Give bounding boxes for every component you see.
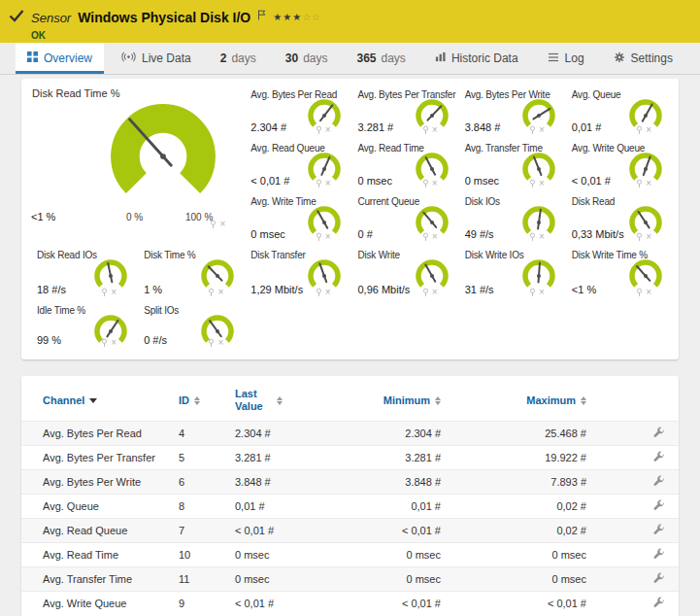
pin-icon[interactable] [529, 228, 536, 246]
pin-icon[interactable] [529, 121, 536, 139]
close-icon[interactable]: × [646, 126, 651, 134]
pin-icon[interactable] [422, 228, 429, 246]
close-icon[interactable]: × [539, 289, 545, 296]
channel-gauge[interactable]: Split IOs 0 #/s × [136, 302, 243, 353]
channel-gauge[interactable]: Disk Write 0,96 Mbit/s × [350, 247, 456, 302]
channel-settings-wrench-icon[interactable] [652, 599, 665, 611]
tab-settings[interactable]: Settings [602, 43, 684, 74]
table-row[interactable]: Avg. Read Time 10 0 msec 0 msec 0 msec [21, 542, 679, 566]
tab-settings-label: Settings [631, 51, 673, 65]
close-icon[interactable]: × [217, 289, 223, 296]
pin-icon[interactable] [316, 228, 322, 246]
close-icon[interactable]: × [217, 339, 223, 347]
cell-maximum: 19.922 # [441, 452, 586, 463]
pin-icon[interactable] [101, 284, 108, 301]
close-icon[interactable]: × [325, 126, 331, 134]
channel-gauge[interactable]: Avg. Bytes Per Write 3.848 # × [457, 86, 564, 140]
channel-gauge[interactable]: Disk Write Time % <1 % × [564, 247, 671, 302]
channel-settings-wrench-icon[interactable] [652, 551, 665, 563]
close-icon[interactable]: × [325, 233, 331, 241]
table-row[interactable]: Avg. Transfer Time 11 0 msec 0 msec 0 ms… [21, 566, 679, 591]
pin-icon[interactable] [529, 175, 536, 192]
channel-gauge[interactable]: Disk Time % 1 % × [136, 247, 243, 302]
tab-2-days[interactable]: 2 days [209, 43, 268, 74]
pin-icon[interactable] [210, 216, 217, 233]
tab-overview[interactable]: Overview [16, 43, 104, 74]
close-icon[interactable]: × [325, 180, 331, 188]
column-header-id[interactable]: ID [179, 394, 235, 406]
close-icon[interactable]: × [539, 233, 545, 241]
close-icon[interactable]: × [646, 180, 651, 188]
channel-gauge[interactable]: Avg. Write Time 0 msec × [243, 193, 350, 247]
table-row[interactable]: Avg. Queue 8 0,01 # 0,01 # 0,02 # [21, 494, 679, 518]
channel-settings-wrench-icon[interactable] [652, 478, 665, 490]
close-icon[interactable]: × [646, 289, 651, 296]
channel-gauge[interactable]: Disk Read 0,33 Mbit/s × [564, 193, 671, 247]
channel-settings-wrench-icon[interactable] [652, 527, 665, 538]
channel-gauge[interactable]: Avg. Read Time 0 msec × [350, 140, 456, 193]
channel-gauge[interactable]: Disk Read IOs 18 #/s × [29, 247, 136, 302]
flag-icon[interactable] [257, 7, 266, 24]
tab-log[interactable]: Log [536, 43, 596, 74]
channel-gauge[interactable]: Avg. Read Queue < 0,01 # × [243, 140, 350, 193]
pin-icon[interactable] [316, 121, 322, 139]
close-icon[interactable]: × [646, 233, 651, 241]
channel-gauge[interactable]: Idle Time % 99 % × [29, 302, 136, 353]
pin-icon[interactable] [636, 175, 643, 192]
channel-settings-wrench-icon[interactable] [652, 575, 665, 587]
pin-icon[interactable] [208, 334, 215, 352]
column-header-channel[interactable]: Channel [43, 394, 179, 406]
close-icon[interactable]: × [539, 126, 545, 134]
priority-stars[interactable]: ★★★☆☆ [273, 13, 321, 22]
pin-icon[interactable] [529, 284, 536, 301]
channel-gauge[interactable]: Disk Write IOs 31 #/s × [457, 247, 564, 302]
close-icon[interactable]: × [432, 289, 438, 296]
close-icon[interactable]: × [432, 180, 438, 188]
channel-gauge[interactable]: Avg. Write Queue < 0,01 # × [564, 140, 671, 193]
pin-icon[interactable] [422, 175, 429, 192]
column-header-last-value[interactable]: Last Value [235, 388, 338, 413]
primary-channel-gauge[interactable]: Disk Read Time % <1 % 0 % 100 % × [29, 86, 243, 247]
cell-last-value: 0 msec [235, 549, 338, 561]
close-icon[interactable]: × [432, 126, 438, 134]
channel-gauge[interactable]: Disk Transfer 1,29 Mbit/s × [243, 247, 350, 302]
close-icon[interactable]: × [325, 289, 331, 296]
pin-icon[interactable] [316, 284, 322, 301]
channel-gauge[interactable]: Avg. Transfer Time 0 msec × [457, 140, 564, 193]
channel-gauge[interactable]: Avg. Bytes Per Read 2.304 # × [243, 86, 350, 140]
channel-gauge[interactable]: Avg. Queue 0,01 # × [564, 86, 671, 140]
table-row[interactable]: Avg. Bytes Per Transfer 5 3.281 # 3.281 … [21, 445, 679, 469]
channel-settings-wrench-icon[interactable] [652, 502, 665, 514]
cell-id: 11 [179, 573, 235, 585]
pin-icon[interactable] [316, 175, 322, 192]
tab-30-days[interactable]: 30 days [274, 43, 340, 74]
gauge-value: 49 #/s [465, 228, 494, 240]
close-icon[interactable]: × [432, 233, 438, 241]
close-icon[interactable]: × [539, 180, 545, 188]
channel-gauge[interactable]: Current Queue 0 # × [350, 193, 456, 247]
column-header-minimum[interactable]: Minimum [338, 394, 441, 406]
table-row[interactable]: Avg. Bytes Per Write 6 3.848 # 3.848 # 7… [21, 469, 679, 494]
channel-settings-wrench-icon[interactable] [652, 429, 665, 441]
pin-icon[interactable] [422, 121, 429, 139]
table-row[interactable]: Avg. Write Queue 9 < 0,01 # < 0,01 # < 0… [21, 591, 679, 615]
pin-icon[interactable] [422, 284, 429, 301]
pin-icon[interactable] [636, 121, 643, 139]
table-row[interactable]: Avg. Read Queue 7 < 0,01 # < 0,01 # 0,02… [21, 518, 679, 542]
close-icon[interactable]: × [219, 221, 225, 228]
pin-icon[interactable] [636, 284, 643, 301]
channel-gauge[interactable]: Disk IOs 49 #/s × [457, 193, 564, 247]
pin-icon[interactable] [636, 228, 643, 246]
gauge-value: <1 % [572, 284, 596, 295]
table-row[interactable]: Avg. Bytes Per Read 4 2.304 # 2.304 # 25… [21, 421, 679, 445]
channel-gauge[interactable]: Avg. Bytes Per Transfer 3.281 # × [350, 86, 456, 140]
close-icon[interactable]: × [111, 289, 117, 296]
column-header-maximum[interactable]: Maximum [441, 394, 586, 406]
tab-365-days[interactable]: 365 days [345, 43, 417, 74]
close-icon[interactable]: × [111, 339, 117, 347]
tab-live-data[interactable]: Live Data [110, 43, 203, 74]
pin-icon[interactable] [208, 284, 215, 301]
channel-settings-wrench-icon[interactable] [652, 454, 665, 465]
pin-icon[interactable] [101, 334, 108, 352]
tab-historic-data[interactable]: Historic Data [423, 43, 530, 74]
